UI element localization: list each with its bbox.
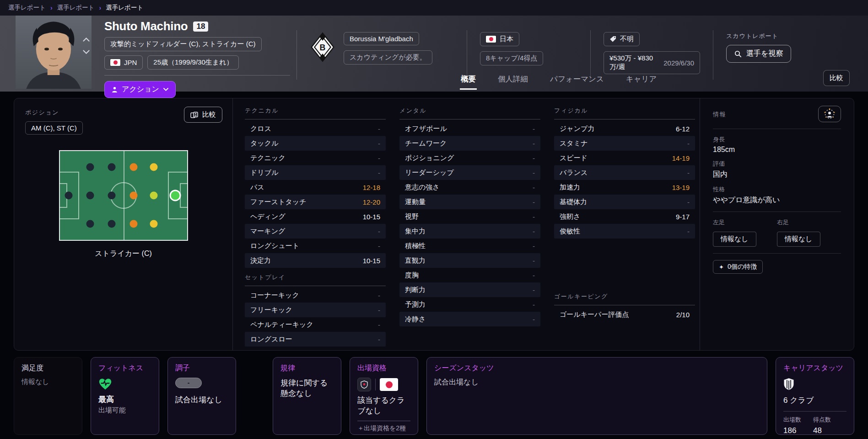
compare-button-position[interactable]: 比較 bbox=[184, 107, 222, 123]
attribute-value: - bbox=[533, 184, 535, 191]
breadcrumb-separator: › bbox=[99, 4, 102, 11]
traits-chip[interactable]: ✦ 0個の特徴 bbox=[713, 260, 763, 274]
attribute-row: 冷静さ- bbox=[399, 312, 540, 326]
person-icon bbox=[112, 87, 118, 93]
discipline-text: 規律に関する懸念なし bbox=[280, 378, 334, 399]
satisfaction-title: 満足度 bbox=[22, 363, 75, 373]
attribute-value: - bbox=[533, 242, 535, 250]
form-panel: 調子 - 試合出場なし bbox=[167, 357, 236, 435]
breadcrumb-item[interactable]: 選手レポート bbox=[8, 4, 46, 12]
info-divider bbox=[713, 129, 841, 129]
attribute-value: - bbox=[533, 198, 535, 206]
attribute-row: 視野- bbox=[399, 209, 540, 224]
attribute-value: - bbox=[378, 125, 380, 133]
japan-flag-icon bbox=[380, 378, 398, 391]
player-identity: Shuto Machino 18 攻撃的ミッドフィルダー (C), ストライカー… bbox=[104, 19, 290, 98]
info-panel-title: 情報 bbox=[713, 110, 726, 119]
career-stats-title: キャリアスタッツ bbox=[783, 363, 846, 373]
breadcrumb-item: 選手レポート bbox=[106, 4, 143, 12]
scout-focus-button[interactable] bbox=[818, 106, 841, 122]
attribute-group-title: フィジカル bbox=[554, 107, 695, 119]
attribute-value: - bbox=[378, 292, 380, 299]
attribute-name: 積極性 bbox=[405, 242, 426, 250]
tab-概要[interactable]: 概要 bbox=[460, 73, 477, 85]
attribute-name: スタミナ bbox=[560, 139, 588, 148]
scouting-note-chip: スカウティングが必要。 bbox=[344, 50, 432, 65]
scout-player-button[interactable]: 選手を視察 bbox=[726, 45, 791, 63]
previous-player-button[interactable] bbox=[82, 37, 91, 43]
eligibility-icon-divider bbox=[375, 379, 376, 390]
player-photo bbox=[16, 16, 92, 89]
breadcrumb-item[interactable]: 選手レポート bbox=[57, 4, 95, 12]
attribute-value: - bbox=[533, 154, 535, 162]
attribute-value: - bbox=[533, 315, 535, 323]
attribute-row: 俊敏性- bbox=[554, 224, 695, 238]
attribute-name: スピード bbox=[560, 154, 588, 163]
attribute-value: 2/10 bbox=[676, 311, 690, 319]
attribute-name: 意志の強さ bbox=[405, 183, 440, 192]
attribute-value: - bbox=[378, 154, 380, 162]
attribute-name: ロングスロー bbox=[250, 335, 292, 344]
fitness-status: 最高 bbox=[98, 394, 151, 405]
attribute-value: 10-15 bbox=[363, 213, 380, 221]
info-divider bbox=[713, 211, 841, 212]
pitch-six-yard-right bbox=[180, 183, 188, 208]
tab-個人詳細[interactable]: 個人詳細 bbox=[497, 73, 529, 85]
attribute-row: 運動量- bbox=[399, 195, 540, 209]
compare-button-top[interactable]: 比較 bbox=[823, 70, 850, 86]
position-dot-ST bbox=[171, 191, 180, 200]
personality-label: 性格 bbox=[713, 185, 841, 194]
attribute-name: コーナーキック bbox=[250, 291, 299, 300]
attribute-row: コーナーキック- bbox=[245, 288, 386, 303]
attribute-row: ドリブル- bbox=[245, 165, 386, 180]
position-dot-WBR bbox=[108, 220, 116, 228]
eligibility-text: 該当するクラブなし bbox=[357, 395, 410, 417]
club-badge-icon bbox=[357, 378, 371, 391]
right-foot-chip: 情報なし bbox=[777, 232, 820, 247]
attribute-row: スタミナ- bbox=[554, 136, 695, 151]
attribute-row: リーダーシップ- bbox=[399, 165, 540, 180]
attribute-name: ファーストタッチ bbox=[250, 198, 306, 206]
attribute-name: 度胸 bbox=[405, 271, 419, 280]
attribute-value: - bbox=[378, 336, 380, 343]
contract-section: 不明 ¥530万 - ¥830万/週 2029/6/30 bbox=[590, 30, 713, 80]
svg-text:B: B bbox=[320, 43, 326, 52]
position-dot-DM bbox=[108, 192, 116, 200]
shield-glyph bbox=[361, 380, 368, 389]
attribute-value: - bbox=[378, 242, 380, 250]
club-crest-icon: B bbox=[310, 32, 335, 62]
tab-パフォーマンス[interactable]: パフォーマンス bbox=[549, 73, 605, 85]
player-portrait-graphic bbox=[16, 16, 92, 89]
header-divider bbox=[104, 75, 290, 76]
attribute-name: クロス bbox=[250, 125, 271, 133]
attribute-row: スピード14-19 bbox=[554, 151, 695, 165]
career-divider bbox=[783, 411, 846, 412]
fitness-title: フィットネス bbox=[98, 363, 151, 373]
attribute-row: 集中力- bbox=[399, 224, 540, 238]
mental-attributes-column: メンタルオフザボール-チームワーク-ポジショニング-リーダーシップ-意志の強さ-… bbox=[399, 105, 540, 350]
attribute-row: フリーキック- bbox=[245, 303, 386, 317]
height-value: 185cm bbox=[713, 146, 841, 154]
attribute-value: 12-20 bbox=[363, 198, 380, 206]
next-player-button[interactable] bbox=[82, 49, 91, 55]
eligibility-panel: 出場資格 該当するクラブなし ＋出場資格を2種 bbox=[350, 357, 418, 435]
satisfaction-text: 情報なし bbox=[22, 378, 75, 386]
attribute-name: オフザボール bbox=[405, 125, 447, 133]
player-radar-icon bbox=[823, 108, 836, 120]
chevron-down-icon bbox=[83, 50, 90, 54]
attribute-row: バランス- bbox=[554, 165, 695, 180]
caps-chip: 8キャップ/4得点 bbox=[480, 51, 543, 65]
info-divider bbox=[713, 253, 841, 254]
attribute-value: - bbox=[533, 125, 535, 133]
tab-キャリア[interactable]: キャリア bbox=[625, 73, 658, 85]
attribute-row: 意志の強さ- bbox=[399, 180, 540, 195]
attribute-value: 12-18 bbox=[363, 184, 380, 191]
fitness-panel: フィットネス 最高 出場可能 bbox=[91, 357, 159, 435]
action-button[interactable]: アクション bbox=[104, 81, 176, 98]
club-shield-icon bbox=[783, 378, 794, 390]
attribute-name: ゴールキーパー評価点 bbox=[560, 310, 629, 319]
attribute-name: パス bbox=[250, 183, 264, 192]
physical-attributes-column: フィジカルジャンプ力6-12スタミナ-スピード14-19バランス-加速力13-1… bbox=[554, 105, 695, 350]
attribute-name: 集中力 bbox=[405, 227, 426, 236]
satisfaction-panel: 満足度 情報なし bbox=[14, 357, 82, 435]
